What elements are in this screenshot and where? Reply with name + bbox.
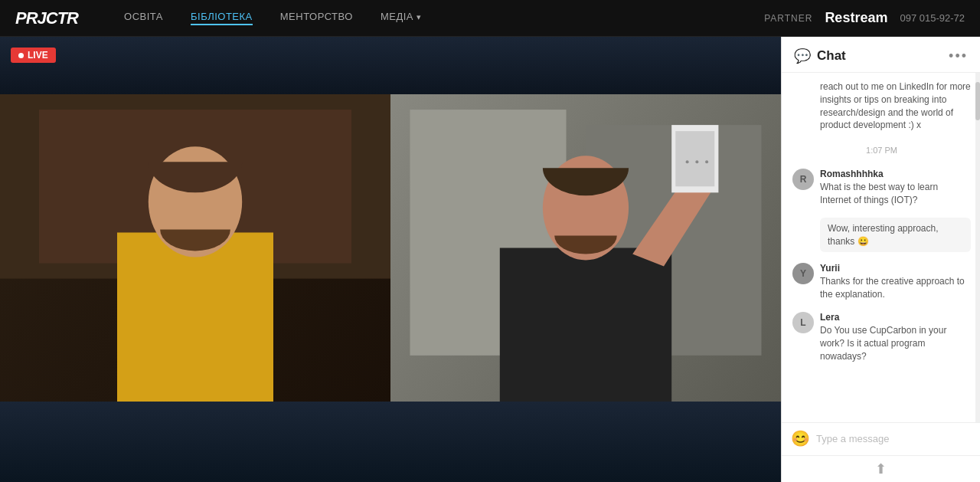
nav-media[interactable]: МЕДІА [381,11,421,25]
message-continued: reach out to me on LinkedIn for more ins… [792,80,971,132]
msg-author-yurii: Yurii [820,263,971,274]
chat-message-input[interactable] [816,433,971,444]
message-lera: L Lera Do You use CupCarbon in your work… [792,312,971,362]
video-feed-right [390,94,781,402]
video-feeds [0,94,781,402]
video-canvas-left [0,94,390,402]
msg-text-4: Do You use CupCarbon in your work? Is it… [820,324,971,362]
nav-mentorstvo[interactable]: МЕНТОРСТВО [280,11,353,25]
msg-text-1: What is the best way to learn Internet o… [820,181,971,207]
chat-bubble-icon: 💬 [794,48,811,64]
msg-timestamp: 1:07 PM [792,146,971,155]
partner-label: PARTNER [764,13,812,24]
chat-scroll-bottom: ⬆ [782,455,980,482]
phone-number: 097 015-92-72 [900,12,965,24]
scrollbar-track[interactable] [975,73,980,422]
video-feed-left [0,94,390,402]
msg-content: reach out to me on LinkedIn for more ins… [820,80,971,132]
msg-content-5: Lera Do You use CupCarbon in your work? … [820,312,971,362]
nav-osvita[interactable]: ОСВІТА [124,11,163,25]
msg-author-romashhhhka: Romashhhhka [820,169,971,179]
main-nav: ОСВІТА БІБЛІОТЕКА МЕНТОРСТВО МЕДІА [124,11,764,25]
msg-text-3: Thanks for the creative approach to the … [820,275,971,301]
video-area: LIVE [0,37,781,482]
message-reply: Wow, interesting approach, thanks 😀 [792,218,971,253]
chat-header: 💬 Chat ••• [782,37,980,73]
video-top-bar [0,37,781,94]
live-badge: LIVE [11,48,56,63]
video-container [0,37,781,482]
scrollbar-thumb[interactable] [975,82,980,120]
message-yurii: Y Yurii Thanks for the creative approach… [792,263,971,301]
chat-messages[interactable]: reach out to me on LinkedIn for more ins… [782,73,980,422]
header-right: PARTNER Restream 097 015-92-72 [764,10,965,26]
scroll-down-icon[interactable]: ⬆ [875,461,887,477]
avatar-lera: L [792,312,814,333]
partner-name: Restream [825,10,887,26]
chat-panel: 💬 Chat ••• reach out to me on LinkedIn f… [781,37,980,482]
nav-biblioteka[interactable]: БІБЛІОТЕКА [191,11,253,25]
video-canvas-right [390,94,781,402]
avatar-romashhhhka: R [792,169,814,190]
message-romashhhhka: R Romashhhhka What is the best way to le… [792,169,971,207]
emoji-button[interactable]: 😊 [791,429,810,448]
msg-author-lera: Lera [820,312,971,323]
avatar-yurii: Y [792,263,814,284]
chat-title: Chat [817,48,846,64]
chat-title-row: 💬 Chat [794,48,846,64]
logo[interactable]: PRJCTR [15,8,78,28]
msg-content-2: Romashhhhka What is the best way to lear… [820,169,971,207]
video-bottom-bar [0,402,781,482]
msg-reply-bubble: Wow, interesting approach, thanks 😀 [820,218,971,253]
main-content: LIVE 💬 Chat ••• [0,37,980,482]
msg-text-0: reach out to me on LinkedIn for more ins… [820,80,971,132]
live-dot [18,53,24,58]
chat-input-area: 😊 [782,422,980,455]
msg-content-4: Yurii Thanks for the creative approach t… [820,263,971,301]
chat-more-button[interactable]: ••• [949,48,968,64]
